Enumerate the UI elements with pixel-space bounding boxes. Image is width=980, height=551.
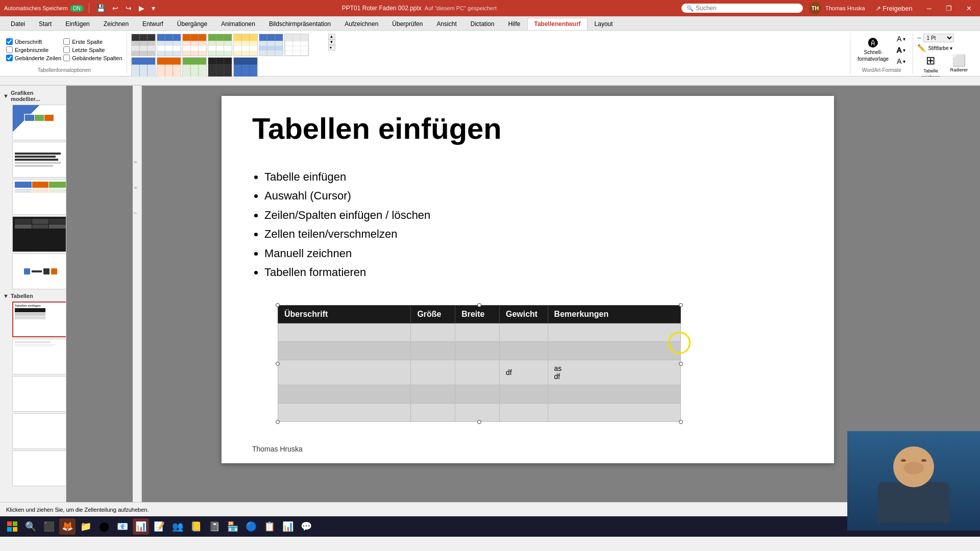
taskbar-excel[interactable]: 📊 (280, 518, 296, 535)
th-groesse[interactable]: Größe (411, 306, 455, 323)
style-swatch-2[interactable] (157, 34, 181, 56)
td-3-5[interactable]: asdf (548, 360, 680, 385)
handle-tc[interactable] (477, 303, 481, 307)
td-2-1[interactable] (278, 342, 411, 360)
td-2-2[interactable] (411, 342, 455, 360)
td-1-3[interactable] (455, 323, 500, 342)
td-4-3[interactable] (455, 385, 500, 404)
windows-logo[interactable] (4, 518, 20, 535)
tab-tabellenentwurf[interactable]: Tabellenentwurf (527, 18, 587, 30)
checkbox-erste-spalte[interactable]: Erste Spalte (63, 38, 122, 45)
style-swatch-7[interactable] (284, 34, 309, 56)
tab-aufzeichnen[interactable]: Aufzeichnen (338, 18, 385, 30)
td-1-5[interactable] (548, 323, 680, 342)
checkbox-gebaenderte-zeilen[interactable]: Gebänderte Zeilen (6, 55, 61, 61)
slide-thumb-17[interactable] (12, 413, 66, 449)
checkbox-ueberschrift[interactable]: Überschrift (6, 38, 61, 45)
taskbar-teams[interactable]: 👥 (169, 518, 186, 535)
slide-thumb-10[interactable] (12, 142, 66, 178)
quick-format-btn[interactable]: 🅐 Schnell- formatvorlage (854, 37, 892, 63)
td-1-4[interactable] (499, 323, 548, 342)
collapse-icon-tabellen[interactable]: ▼ (3, 293, 9, 299)
checkbox-ergebniszeile[interactable]: Ergebniszeile (6, 46, 61, 53)
slide-thumb-11[interactable] (12, 179, 66, 215)
tab-zeichnen[interactable]: Zeichnen (97, 18, 135, 30)
taskbar-taskview[interactable]: ⬛ (41, 518, 57, 535)
present-button[interactable]: ▶ (137, 3, 146, 13)
taskbar-explorer[interactable]: 📁 (78, 518, 94, 535)
style-swatch-3[interactable] (182, 34, 207, 56)
taskbar-word[interactable]: 📝 (151, 518, 167, 535)
tab-hilfe[interactable]: Hilfe (501, 18, 527, 30)
slide-thumb-9[interactable] (12, 105, 66, 140)
td-4-2[interactable] (411, 385, 455, 404)
share-button[interactable]: ↗ Freigeben (871, 3, 917, 14)
win-minimize[interactable]: ─ (923, 3, 936, 14)
td-5-1[interactable] (278, 404, 411, 422)
win-close[interactable]: ✕ (962, 3, 976, 14)
slide-table-container[interactable]: Überschrift Größe Breite Gewicht Bemerku… (278, 305, 681, 422)
tab-bildschirm[interactable]: Bildschirmpräsentation (262, 18, 337, 30)
td-5-5[interactable] (548, 404, 680, 422)
td-4-4[interactable] (499, 385, 548, 404)
handle-tr[interactable] (679, 303, 683, 307)
tab-animationen[interactable]: Animationen (214, 18, 262, 30)
checkbox-letzte-spalte[interactable]: Letzte Spalte (63, 46, 122, 53)
taskbar-powerpoint[interactable]: 📊 (133, 518, 149, 535)
taskbar-chrome[interactable]: ⬤ (96, 518, 112, 535)
search-input[interactable] (696, 5, 798, 12)
td-3-4[interactable]: df (499, 360, 548, 385)
tab-dictation[interactable]: Dictation (464, 18, 501, 30)
tab-uebergaenge[interactable]: Übergänge (170, 18, 214, 30)
handle-br[interactable] (679, 420, 683, 424)
td-4-5[interactable] (548, 385, 680, 404)
redo-button[interactable]: ↪ (124, 3, 134, 13)
handle-bl[interactable] (276, 420, 280, 424)
fill-btn[interactable]: A ▾ (894, 34, 909, 44)
tab-ueberpruefen[interactable]: Überprüfen (385, 18, 429, 30)
win-restore[interactable]: ❐ (942, 3, 956, 14)
td-1-2[interactable] (411, 323, 455, 342)
th-bemerkungen[interactable]: Bemerkungen (548, 306, 680, 323)
slide-thumb-18[interactable] (12, 450, 66, 486)
style-swatch-6[interactable] (259, 34, 283, 56)
scroll-more[interactable]: ▾ (328, 45, 335, 51)
td-3-2[interactable] (411, 360, 455, 385)
td-2-4[interactable] (499, 342, 548, 360)
tab-einfuegen[interactable]: Einfügen (59, 18, 96, 30)
tab-ansicht[interactable]: Ansicht (430, 18, 463, 30)
td-4-1[interactable] (278, 385, 411, 404)
taskbar-store[interactable]: 🏪 (225, 518, 241, 535)
scroll-down[interactable]: ▼ (328, 39, 335, 45)
th-ueberschrift[interactable]: Überschrift (278, 306, 411, 323)
collapse-icon-grafiken[interactable]: ▼ (3, 93, 9, 99)
checkbox-gebaenderte-spalten[interactable]: Gebänderte Spalten (63, 55, 122, 61)
style-scroll[interactable]: ▲ ▼ ▾ (328, 34, 335, 51)
taskbar-firefox[interactable]: 🦊 (59, 518, 76, 535)
style-swatch-5[interactable] (233, 34, 258, 56)
undo-button[interactable]: ↩ (110, 3, 120, 13)
th-breite[interactable]: Breite (455, 306, 500, 323)
taskbar-edge[interactable]: 🔵 (243, 518, 259, 535)
taskbar-clipboard[interactable]: 📋 (261, 518, 278, 535)
slide-thumb-15[interactable] (12, 339, 66, 374)
taskbar-search[interactable]: 🔍 (22, 518, 39, 535)
slide-thumb-13[interactable] (12, 254, 66, 289)
handle-ml[interactable] (276, 362, 280, 366)
style-swatch-4[interactable] (208, 34, 232, 56)
td-3-3[interactable] (455, 360, 500, 385)
td-1-1[interactable] (278, 323, 411, 342)
td-5-4[interactable] (499, 404, 548, 422)
handle-bc[interactable] (477, 420, 481, 424)
tab-start[interactable]: Start (32, 18, 58, 30)
taskbar-outlook[interactable]: 📧 (114, 518, 131, 535)
canvas-area[interactable]: 9 8 7 Tabellen einfügen Tabelle einfügen… (66, 86, 980, 502)
slide[interactable]: Tabellen einfügen Tabelle einfügen Auswa… (222, 96, 834, 463)
td-5-2[interactable] (411, 404, 455, 422)
td-2-5[interactable] (548, 342, 680, 360)
data-table[interactable]: Überschrift Größe Breite Gewicht Bemerku… (278, 305, 681, 422)
slide-thumb-16[interactable] (12, 376, 66, 412)
border-size-select[interactable]: 1 Pt 0.5 Pt 2 Pt 3 Pt (923, 34, 954, 42)
tab-layout[interactable]: Layout (588, 18, 620, 30)
handle-tl[interactable] (276, 303, 280, 307)
